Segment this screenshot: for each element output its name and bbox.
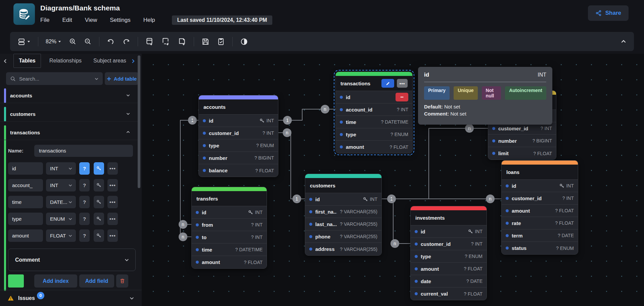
todo-list-button[interactable] bbox=[217, 38, 225, 46]
diagram-table-accounts[interactable]: accounts id INT customer_id? INT type? E… bbox=[198, 95, 278, 177]
menu-settings[interactable]: Settings bbox=[110, 17, 130, 24]
tabs-scroll-left-button[interactable] bbox=[3, 58, 8, 64]
table-field-row[interactable]: number? BIGINT bbox=[199, 152, 278, 164]
table-field-row[interactable]: date? DATE bbox=[411, 275, 487, 288]
field-nullable-toggle[interactable]: ? bbox=[79, 162, 90, 175]
table-field-row[interactable]: amount? FLOAT bbox=[411, 263, 487, 275]
layout-picker-button[interactable] bbox=[17, 38, 31, 46]
table-field-row[interactable]: rate? FLOAT bbox=[502, 217, 578, 229]
collapse-toolbar-button[interactable] bbox=[620, 39, 627, 45]
sidebar-table-transactions[interactable]: transactions bbox=[0, 125, 138, 140]
field-primary-toggle[interactable] bbox=[94, 179, 104, 191]
field-primary-toggle[interactable] bbox=[94, 162, 104, 175]
add-note-button[interactable] bbox=[178, 37, 186, 46]
add-index-button[interactable]: Add index bbox=[34, 274, 77, 288]
table-field-row[interactable]: id INT bbox=[305, 193, 381, 206]
add-table-canvas-button[interactable] bbox=[145, 37, 154, 46]
table-field-row[interactable]: id bbox=[336, 91, 412, 103]
table-field-row[interactable]: customer_id? INT bbox=[411, 238, 487, 250]
table-field-row[interactable]: customer_id? INT bbox=[199, 127, 278, 139]
chevron-down-icon[interactable] bbox=[129, 296, 134, 301]
add-area-button[interactable] bbox=[162, 37, 170, 46]
diagram-table-transfers[interactable]: transfers id INT from? INT to? INT time?… bbox=[191, 187, 267, 269]
table-field-row[interactable]: type? ENUM bbox=[411, 250, 487, 263]
field-more-button[interactable]: ••• bbox=[107, 179, 118, 191]
field-more-button[interactable]: ••• bbox=[107, 229, 118, 242]
table-field-row[interactable]: phone? VARCHAR(255) bbox=[305, 230, 381, 243]
table-field-row[interactable]: time? DATETIME bbox=[336, 116, 412, 128]
edit-table-button[interactable] bbox=[381, 79, 394, 88]
field-nullable-toggle[interactable]: ? bbox=[79, 179, 90, 191]
issues-bar[interactable]: Issues 0 bbox=[0, 290, 142, 306]
table-field-row[interactable]: amount? FLOAT bbox=[502, 205, 578, 217]
menu-edit[interactable]: Edit bbox=[62, 17, 72, 24]
redo-button[interactable] bbox=[122, 38, 130, 46]
diagram-table-transactions[interactable]: transactions ••• id account_id? INT time… bbox=[335, 72, 413, 154]
field-type-dropdown[interactable]: INT bbox=[46, 162, 76, 175]
field-name-input[interactable]: account_ bbox=[8, 179, 43, 191]
sidebar-table-accounts[interactable]: accounts bbox=[0, 88, 138, 103]
field-more-button[interactable]: ••• bbox=[107, 213, 118, 225]
diagram-canvas[interactable]: n1n1nn11nnn accounts id INT customer_id?… bbox=[142, 54, 644, 306]
table-field-row[interactable]: to? INT bbox=[192, 231, 267, 244]
table-field-row[interactable]: id INT bbox=[502, 180, 578, 192]
sidebar-scrollbar[interactable] bbox=[138, 55, 140, 188]
table-field-row[interactable]: limit? FLOAT bbox=[488, 147, 556, 160]
add-table-button[interactable]: Add table bbox=[105, 72, 138, 85]
table-field-row[interactable]: amount? FLOAT bbox=[336, 141, 412, 153]
field-primary-toggle[interactable] bbox=[94, 213, 104, 225]
table-field-row[interactable]: current_val? FLOAT bbox=[411, 288, 487, 300]
table-field-row[interactable]: account_id? INT bbox=[336, 103, 412, 116]
table-field-row[interactable]: type? ENUM bbox=[199, 139, 278, 152]
table-field-row[interactable]: customer_id? INT bbox=[502, 192, 578, 205]
table-field-row[interactable]: balance? FLOAT bbox=[199, 164, 278, 177]
table-name-input[interactable] bbox=[34, 145, 133, 157]
menu-file[interactable]: File bbox=[40, 17, 49, 24]
tab-tables[interactable]: Tables bbox=[13, 54, 41, 68]
zoom-out-button[interactable] bbox=[84, 38, 92, 45]
table-field-row[interactable]: from? INT bbox=[192, 219, 267, 231]
table-field-row[interactable]: id INT bbox=[192, 206, 267, 219]
table-field-row[interactable]: time? DATETIME bbox=[192, 244, 267, 256]
save-button[interactable] bbox=[201, 38, 210, 46]
field-nullable-toggle[interactable]: ? bbox=[79, 213, 90, 225]
table-field-row[interactable]: status? ENUM bbox=[502, 242, 578, 254]
table-field-row[interactable]: number? BIGINT bbox=[488, 135, 556, 147]
sidebar-table-customers[interactable]: customers bbox=[0, 107, 138, 122]
menu-help[interactable]: Help bbox=[143, 17, 155, 24]
field-nullable-toggle[interactable]: ? bbox=[79, 229, 90, 242]
table-field-row[interactable]: first_na...? VARCHAR(255) bbox=[305, 206, 381, 218]
delete-field-button[interactable] bbox=[396, 93, 408, 101]
table-field-row[interactable]: amount? FLOAT bbox=[192, 256, 267, 268]
field-name-input[interactable]: time bbox=[8, 196, 43, 208]
field-type-dropdown[interactable]: DATE... bbox=[46, 196, 76, 208]
zoom-in-button[interactable] bbox=[69, 38, 77, 45]
tab-relationships[interactable]: Relationships bbox=[47, 54, 84, 68]
relationship-line[interactable] bbox=[382, 199, 410, 244]
relationship-line[interactable] bbox=[278, 133, 305, 199]
field-more-button[interactable]: ••• bbox=[107, 196, 118, 208]
undo-button[interactable] bbox=[107, 38, 115, 46]
field-type-dropdown[interactable]: INT bbox=[46, 179, 76, 191]
share-button[interactable]: Share bbox=[588, 5, 629, 21]
table-color-swatch[interactable] bbox=[8, 274, 24, 288]
app-logo-icon[interactable] bbox=[13, 3, 35, 25]
diagram-table-customers[interactable]: customers id INT first_na...? VARCHAR(25… bbox=[305, 174, 382, 256]
field-name-input[interactable]: type bbox=[8, 213, 43, 225]
field-type-dropdown[interactable]: ENUM bbox=[46, 213, 76, 225]
search-input[interactable] bbox=[19, 76, 91, 82]
field-more-button[interactable]: ••• bbox=[107, 162, 118, 175]
tab-subject-areas[interactable]: Subject areas bbox=[93, 54, 127, 68]
theme-contrast-button[interactable] bbox=[240, 38, 248, 46]
table-field-row[interactable]: type? ENUM bbox=[336, 128, 412, 141]
menu-view[interactable]: View bbox=[85, 17, 97, 24]
delete-table-button[interactable] bbox=[116, 274, 128, 288]
diagram-table-investments[interactable]: investments id INT customer_id? INT type… bbox=[410, 206, 487, 300]
table-more-button[interactable]: ••• bbox=[397, 79, 408, 88]
add-field-button[interactable]: Add field bbox=[79, 274, 114, 288]
comment-collapse[interactable]: Comment bbox=[8, 249, 136, 271]
table-field-row[interactable]: id INT bbox=[199, 115, 278, 127]
field-primary-toggle[interactable] bbox=[94, 196, 104, 208]
table-field-row[interactable]: term? DATE bbox=[502, 229, 578, 242]
field-type-dropdown[interactable]: FLOAT bbox=[46, 229, 76, 242]
